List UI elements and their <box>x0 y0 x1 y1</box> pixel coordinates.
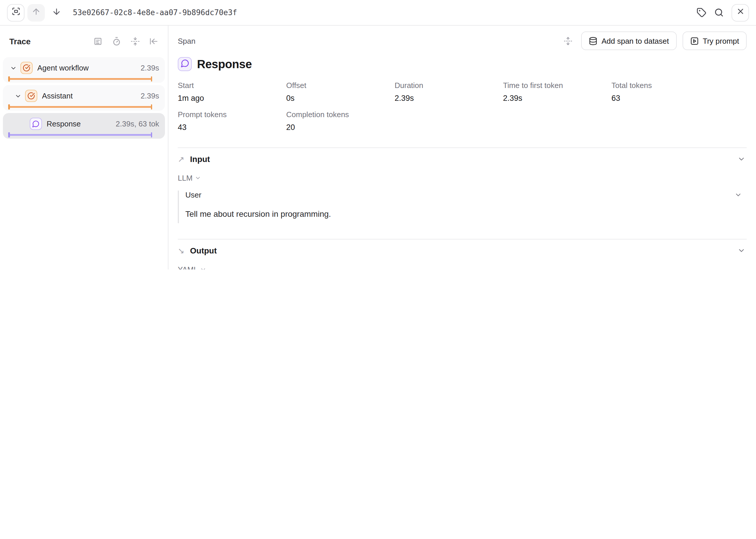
chevron-down-icon[interactable] <box>10 64 20 71</box>
chevron-down-icon[interactable] <box>734 191 747 199</box>
stat-value: 2.39s <box>395 94 503 103</box>
input-format-label: LLM <box>178 174 193 183</box>
stats-grid: Start1m agoOffset0sDuration2.39sTime to … <box>178 81 747 132</box>
span-kicker: Span <box>178 37 196 45</box>
trace-tree-item[interactable]: Response2.39s, 63 tok <box>3 113 165 139</box>
focus-span-button[interactable] <box>7 4 25 21</box>
stat-label: Start <box>178 81 286 90</box>
stat-value: 20 <box>286 123 395 132</box>
arrow-up-icon <box>32 7 41 18</box>
previous-span-button[interactable] <box>28 4 45 21</box>
chevron-down-icon <box>200 266 207 270</box>
section-output: ↘ Output YAML 1- id: msg_67cfcf9dbd48819… <box>178 239 747 270</box>
next-span-button[interactable] <box>48 4 65 21</box>
stat-cell: Start1m ago <box>178 81 286 103</box>
circle-check-icon <box>25 90 37 102</box>
stat-label: Time to first token <box>503 81 612 90</box>
arrow-down-icon <box>52 7 61 18</box>
chat-bubble-icon <box>180 58 189 70</box>
tag-icon[interactable] <box>697 8 707 18</box>
stat-value: 0s <box>286 94 395 103</box>
stat-value: 43 <box>178 123 286 132</box>
timeline-bar <box>8 78 152 80</box>
input-section-header[interactable]: ↗ Input <box>178 148 747 164</box>
section-input: ↗ Input LLM User Tell me about recursion… <box>178 147 747 223</box>
stat-cell: Offset0s <box>286 81 395 103</box>
stat-cell: Completion tokens20 <box>286 110 395 132</box>
trace-item-label: Agent workflow <box>37 63 140 72</box>
circle-check-icon <box>20 62 33 74</box>
trace-item-duration: 2.39s <box>140 63 159 72</box>
collapse-sidebar-icon[interactable] <box>149 37 159 46</box>
user-message: User Tell me about recursion in programm… <box>178 191 747 223</box>
trace-id: 53e02667-02c8-4e8e-aa07-9b896dc70e3f <box>73 8 237 17</box>
timer-icon[interactable] <box>112 37 121 46</box>
trace-sidebar: Trace Agent workflow2.39sAssistant2.39sR… <box>0 26 168 270</box>
trace-item-duration: 2.39s, 63 tok <box>116 119 159 128</box>
stat-label: Duration <box>395 81 503 90</box>
timeline-bar <box>8 106 152 108</box>
search-icon[interactable] <box>714 8 724 18</box>
message-circle-icon <box>30 118 42 130</box>
stat-label: Offset <box>286 81 395 90</box>
trace-tree: Agent workflow2.39sAssistant2.39sRespons… <box>0 57 168 139</box>
expand-vertical-icon[interactable] <box>564 37 572 45</box>
stat-label: Total tokens <box>612 81 720 90</box>
input-format-select[interactable]: LLM <box>178 174 202 183</box>
stat-cell: Time to first token2.39s <box>503 81 612 103</box>
stat-label: Prompt tokens <box>178 110 286 119</box>
chevron-down-icon[interactable] <box>737 155 747 163</box>
stat-value: 63 <box>612 94 720 103</box>
app-window: 53e02667-02c8-4e8e-aa07-9b896dc70e3f Tra… <box>0 0 756 270</box>
collapse-all-icon[interactable] <box>130 37 140 46</box>
trace-item-duration: 2.39s <box>140 92 159 100</box>
play-square-icon <box>690 37 699 45</box>
stat-cell: Duration2.39s <box>395 81 503 103</box>
details-view-icon[interactable] <box>93 37 103 46</box>
output-format-label: YAML <box>178 265 198 270</box>
arrow-down-right-icon: ↘ <box>178 246 190 255</box>
chevron-down-icon <box>195 175 202 181</box>
chevron-down-icon[interactable] <box>737 247 747 255</box>
arrow-up-right-icon: ↗ <box>178 154 190 164</box>
database-icon <box>589 37 597 45</box>
chevron-down-icon[interactable] <box>15 92 25 99</box>
trace-panel-title: Trace <box>9 37 31 46</box>
stat-cell: Prompt tokens43 <box>178 110 286 132</box>
message-role: User <box>185 191 202 199</box>
trace-item-label: Assistant <box>42 92 140 100</box>
try-prompt-label: Try prompt <box>703 37 739 45</box>
message-text: Tell me about recursion in programming. <box>185 209 747 223</box>
trace-tree-item[interactable]: Agent workflow2.39s <box>3 57 165 83</box>
stat-value: 1m ago <box>178 94 286 103</box>
output-section-header[interactable]: ↘ Output <box>178 240 747 255</box>
try-prompt-button[interactable]: Try prompt <box>682 32 747 50</box>
timeline-bar <box>8 134 152 136</box>
trace-item-label: Response <box>46 119 116 128</box>
close-icon <box>736 7 745 18</box>
span-panel: Span Add span to dataset Try prompt Resp… <box>168 26 756 270</box>
add-span-to-dataset-button[interactable]: Add span to dataset <box>581 32 676 50</box>
response-span-icon <box>178 57 192 71</box>
user-message-header[interactable]: User <box>185 191 747 199</box>
page-title: Response <box>197 57 252 71</box>
add-span-to-dataset-label: Add span to dataset <box>602 37 669 45</box>
stat-cell: Total tokens63 <box>612 81 720 103</box>
stat-label: Completion tokens <box>286 110 395 119</box>
trace-tree-item[interactable]: Assistant2.39s <box>3 85 165 111</box>
output-format-select[interactable]: YAML <box>178 265 207 270</box>
input-section-title: Input <box>190 154 210 164</box>
top-bar: 53e02667-02c8-4e8e-aa07-9b896dc70e3f <box>0 0 756 26</box>
output-section-title: Output <box>190 246 217 255</box>
stat-value: 2.39s <box>503 94 612 103</box>
close-button[interactable] <box>731 4 749 21</box>
scan-icon <box>11 7 20 18</box>
